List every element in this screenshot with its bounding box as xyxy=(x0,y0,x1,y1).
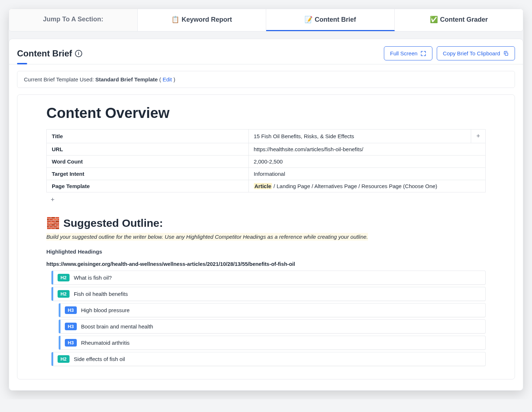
row-label: Word Count xyxy=(47,156,249,168)
outline-instruction-note: Build your suggested outline for the wri… xyxy=(46,233,368,241)
jump-to-label: Jump To A Section: xyxy=(9,9,138,31)
button-label: Copy Brief To Clipboard xyxy=(443,50,500,56)
bricks-icon: 🧱 xyxy=(46,217,60,229)
selected-template: Article xyxy=(254,183,272,189)
heading-row[interactable]: H2Side effects of fish oil xyxy=(51,352,486,366)
heading-level-tag: H3 xyxy=(65,339,77,347)
highlighted-headings-label: Highlighted Headings xyxy=(46,249,486,255)
panel-title: Content Brief xyxy=(17,48,72,59)
heading-text: Fish oil health benefits xyxy=(74,291,128,297)
tab-label: Content Brief xyxy=(315,16,356,23)
section-tabs: Jump To A Section: 📋Keyword Report 📝Cont… xyxy=(9,9,523,31)
row-value[interactable]: 2,000-2,500 xyxy=(248,156,485,168)
panel-accent xyxy=(17,63,27,64)
overview-table: Title 15 Fish Oil Benefits, Risks, & Sid… xyxy=(46,129,486,192)
heading-level-tag: H2 xyxy=(58,274,70,281)
heading-list: H2What is fish oil?H2Fish oil health ben… xyxy=(46,271,486,366)
heading-level-tag: H3 xyxy=(65,306,77,314)
memo-icon: 📝 xyxy=(305,16,313,23)
content-brief-panel: Content Brief i Full Screen Copy Brief T… xyxy=(9,39,523,391)
table-row: Title 15 Fish Oil Benefits, Risks, & Sid… xyxy=(47,129,486,143)
expand-icon xyxy=(420,51,426,56)
table-row: URL https://healthsite.com/articles/fish… xyxy=(47,143,486,156)
button-label: Full Screen xyxy=(390,50,418,56)
template-info-bar: Current Brief Template Used: Standard Br… xyxy=(17,71,515,88)
template-prefix: Current Brief Template Used: xyxy=(24,76,95,82)
row-label: Target Intent xyxy=(47,168,249,180)
content-overview-heading: Content Overview xyxy=(46,105,486,121)
heading-text: Side effects of fish oil xyxy=(74,356,125,362)
brief-content-area: Content Overview Title 15 Fish Oil Benef… xyxy=(17,94,515,379)
copy-icon xyxy=(503,51,509,56)
check-icon: ✅ xyxy=(430,16,438,23)
heading-text: High blood pressure xyxy=(81,307,130,313)
paren-close: ) xyxy=(172,76,175,82)
add-row-button[interactable]: + xyxy=(51,196,55,204)
heading-row[interactable]: H3High blood pressure xyxy=(59,303,486,317)
row-value[interactable]: Article / Landing Page / Alternatives Pa… xyxy=(248,180,485,192)
heading-text: Suggested Outline: xyxy=(63,217,163,229)
heading-row[interactable]: H3Boost brain and mental health xyxy=(59,319,486,334)
copy-brief-button[interactable]: Copy Brief To Clipboard xyxy=(437,46,515,60)
heading-text: Rheumatoid arthritis xyxy=(81,340,130,346)
heading-row[interactable]: H2What is fish oil? xyxy=(51,271,486,285)
heading-row[interactable]: H3Rheumatoid arthritis xyxy=(59,336,486,350)
heading-text: What is fish oil? xyxy=(74,275,112,281)
table-row: Word Count 2,000-2,500 xyxy=(47,156,486,168)
paren-open: ( xyxy=(158,76,163,82)
info-icon[interactable]: i xyxy=(75,50,82,57)
full-screen-button[interactable]: Full Screen xyxy=(384,46,432,60)
row-label: Page Template xyxy=(47,180,249,192)
clipboard-icon: 📋 xyxy=(171,16,179,23)
template-name: Standard Brief Template xyxy=(95,76,158,82)
row-value[interactable]: Informational xyxy=(248,168,485,180)
heading-level-tag: H3 xyxy=(65,323,77,330)
heading-level-tag: H2 xyxy=(58,355,70,363)
table-row: Target Intent Informational xyxy=(47,168,486,180)
tab-content-grader[interactable]: ✅Content Grader xyxy=(395,9,523,31)
row-value[interactable]: https://healthsite.com/articles/fish-oil… xyxy=(248,143,485,156)
table-row: Page Template Article / Landing Page / A… xyxy=(47,180,486,192)
template-options-text: / Landing Page / Alternatives Page / Res… xyxy=(272,183,437,189)
row-label: Title xyxy=(47,129,249,143)
heading-text: Boost brain and mental health xyxy=(81,323,153,330)
suggested-outline-heading: 🧱 Suggested Outline: xyxy=(46,217,486,229)
add-column-button[interactable]: + xyxy=(471,129,486,143)
tab-label: Keyword Report xyxy=(181,16,232,23)
row-label: URL xyxy=(47,143,249,156)
svg-rect-0 xyxy=(505,53,508,55)
source-url: https://www.geisinger.org/health-and-wel… xyxy=(46,261,486,267)
tab-content-brief[interactable]: 📝Content Brief xyxy=(266,9,395,31)
heading-level-tag: H2 xyxy=(58,290,70,298)
heading-row[interactable]: H2Fish oil health benefits xyxy=(51,287,486,301)
edit-template-link[interactable]: Edit xyxy=(163,76,172,82)
tab-keyword-report[interactable]: 📋Keyword Report xyxy=(138,9,266,31)
tab-label: Content Grader xyxy=(440,16,488,23)
row-value[interactable]: 15 Fish Oil Benefits, Risks, & Side Effe… xyxy=(248,129,471,143)
